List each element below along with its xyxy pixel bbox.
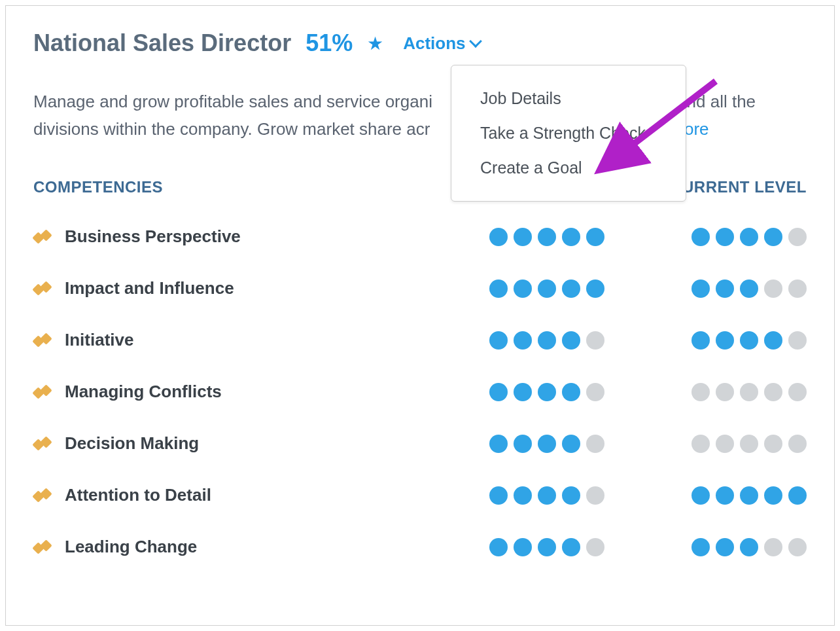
level-dot xyxy=(489,228,508,246)
competency-name-cell[interactable]: Managing Conflicts xyxy=(33,382,452,402)
level-dot xyxy=(691,279,710,298)
level-dot xyxy=(716,228,734,246)
required-level-dots xyxy=(452,279,642,298)
required-level-dots xyxy=(452,331,642,350)
level-dot xyxy=(586,228,604,246)
level-dot xyxy=(538,331,556,350)
level-dot xyxy=(514,331,532,350)
level-dot xyxy=(788,279,807,298)
level-dot xyxy=(764,279,782,298)
competency-name: Managing Conflicts xyxy=(65,382,222,402)
competency-name: Attention to Detail xyxy=(65,485,211,505)
chevron-down-icon xyxy=(469,35,482,48)
current-level-dots xyxy=(642,383,807,401)
level-dot xyxy=(740,383,758,401)
level-dot xyxy=(586,279,604,298)
current-level-dots xyxy=(642,435,807,453)
level-dot xyxy=(514,228,532,246)
competency-name-cell[interactable]: Impact and Influence xyxy=(33,278,452,298)
level-dot xyxy=(514,383,532,401)
level-dot xyxy=(788,435,807,453)
diamond-icon xyxy=(33,540,53,554)
competency-name-cell[interactable]: Business Perspective xyxy=(33,226,452,247)
level-dot xyxy=(716,331,734,350)
actions-dropdown-menu: Job DetailsTake a Strength CheckCreate a… xyxy=(451,65,686,202)
star-icon[interactable]: ★ xyxy=(367,33,383,54)
level-dot xyxy=(489,486,508,505)
level-dot xyxy=(538,486,556,505)
level-dot xyxy=(740,279,758,298)
level-dot xyxy=(788,538,807,556)
competency-name: Decision Making xyxy=(65,433,199,454)
level-dot xyxy=(562,486,580,505)
diamond-icon xyxy=(33,437,53,451)
level-dot xyxy=(691,331,710,350)
required-level-dots xyxy=(452,383,642,401)
level-dot xyxy=(538,435,556,453)
level-dot xyxy=(489,538,508,556)
dropdown-item[interactable]: Create a Goal xyxy=(451,151,686,185)
competency-row: Business Perspective xyxy=(33,226,807,247)
level-dot xyxy=(716,383,734,401)
level-dot xyxy=(691,538,710,556)
level-dot xyxy=(740,331,758,350)
level-dot xyxy=(514,435,532,453)
level-dot xyxy=(788,383,807,401)
level-dot xyxy=(489,435,508,453)
actions-label: Actions xyxy=(403,33,465,54)
level-dot xyxy=(764,435,782,453)
actions-dropdown-button[interactable]: Actions xyxy=(403,33,480,54)
competency-name-cell[interactable]: Leading Change xyxy=(33,537,452,557)
level-dot xyxy=(740,538,758,556)
match-percentage: 51% xyxy=(306,29,353,57)
header-row: National Sales Director 51% ★ Actions xyxy=(33,29,807,57)
level-dot xyxy=(691,228,710,246)
current-level-dots xyxy=(642,331,807,350)
level-dot xyxy=(562,435,580,453)
competency-name-cell[interactable]: Initiative xyxy=(33,330,452,350)
level-dot xyxy=(740,435,758,453)
level-dot xyxy=(716,435,734,453)
competency-name-cell[interactable]: Attention to Detail xyxy=(33,485,452,505)
level-dot xyxy=(514,486,532,505)
level-dot xyxy=(788,331,807,350)
current-level-dots xyxy=(642,486,807,505)
level-dot xyxy=(489,383,508,401)
level-dot xyxy=(562,228,580,246)
job-description: Manage and grow profitable sales and ser… xyxy=(33,88,807,143)
dropdown-item[interactable]: Take a Strength Check xyxy=(451,116,686,151)
description-text-part1: Manage and grow profitable sales and ser… xyxy=(33,92,432,111)
level-dot xyxy=(764,538,782,556)
level-dot xyxy=(716,279,734,298)
diamond-icon xyxy=(33,230,53,244)
competency-list: Business PerspectiveImpact and Influence… xyxy=(33,226,807,557)
level-dot xyxy=(788,486,807,505)
level-dot xyxy=(691,383,710,401)
level-dot xyxy=(740,486,758,505)
competency-row: Leading Change xyxy=(33,537,807,557)
diamond-icon xyxy=(33,281,53,296)
level-dot xyxy=(514,279,532,298)
level-dot xyxy=(691,435,710,453)
competency-name: Initiative xyxy=(65,330,133,350)
competency-name: Leading Change xyxy=(65,537,197,557)
competency-name-cell[interactable]: Decision Making xyxy=(33,433,452,454)
level-dot xyxy=(538,538,556,556)
level-dot xyxy=(764,331,782,350)
level-dot xyxy=(764,486,782,505)
competency-name: Impact and Influence xyxy=(65,278,234,298)
required-level-dots xyxy=(452,538,642,556)
competency-name: Business Perspective xyxy=(65,226,241,247)
competency-row: Decision Making xyxy=(33,433,807,454)
level-dot xyxy=(586,538,604,556)
dropdown-item[interactable]: Job Details xyxy=(451,81,686,116)
diamond-icon xyxy=(33,488,53,503)
level-dot xyxy=(562,383,580,401)
level-dot xyxy=(514,538,532,556)
current-level-dots xyxy=(642,228,807,246)
level-dot xyxy=(740,228,758,246)
level-dot xyxy=(764,228,782,246)
level-dot xyxy=(538,279,556,298)
level-dot xyxy=(489,331,508,350)
level-dot xyxy=(562,538,580,556)
